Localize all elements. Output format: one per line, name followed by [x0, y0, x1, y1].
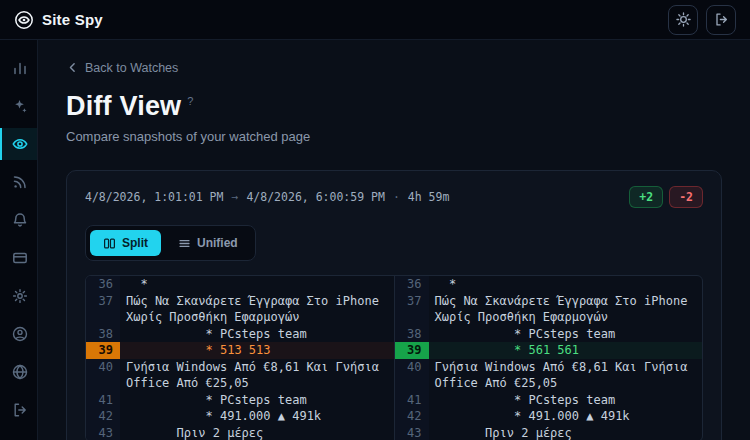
- line-number: 38: [86, 326, 120, 343]
- sidebar-item-logout[interactable]: [0, 394, 37, 426]
- line-content: Πριν 2 μέρες: [120, 425, 394, 440]
- sidebar-item-feeds[interactable]: [0, 166, 37, 198]
- line-content: * 561 561: [429, 342, 703, 359]
- diff-row-removed: 39 * 513 513: [86, 342, 394, 359]
- diff-row: 37 Πώς Να Σκανάρετε Έγγραφα Στο iPhone Χ…: [86, 293, 394, 326]
- line-number: 43: [395, 425, 429, 440]
- view-mode-segment: Split Unified: [85, 225, 256, 261]
- snapshot-from: 4/8/2026, 1:01:01 PM: [85, 190, 223, 204]
- line-content: * PCsteps team: [120, 326, 394, 343]
- deletions-badge: -2: [669, 186, 703, 208]
- line-number: 41: [86, 392, 120, 409]
- diff-row: 38 * PCsteps team: [395, 326, 703, 343]
- dot-separator: ·: [393, 190, 400, 204]
- line-content: Πώς Να Σκανάρετε Έγγραφα Στο iPhone Χωρί…: [429, 293, 703, 326]
- split-view-button[interactable]: Split: [90, 230, 161, 256]
- sidebar-item-alerts[interactable]: [0, 204, 37, 236]
- diff-row: 40 Γνήσια Windows Από €8,61 Και Γνήσια O…: [86, 359, 394, 392]
- line-content: Πώς Να Σκανάρετε Έγγραφα Στο iPhone Χωρί…: [120, 293, 394, 326]
- diff-row: 42 * 491.000 ▲ 491k: [395, 408, 703, 425]
- snapshot-duration: 4h 59m: [408, 190, 450, 204]
- diff-card: 4/8/2026, 1:01:01 PM → 4/8/2026, 6:00:59…: [66, 170, 722, 440]
- diff-pane-old: 36 * 37 Πώς Να Σκανάρετε Έγγραφα Στο iPh…: [86, 276, 394, 440]
- diff-row: 37 Πώς Να Σκανάρετε Έγγραφα Στο iPhone Χ…: [395, 293, 703, 326]
- back-label: Back to Watches: [85, 61, 178, 75]
- sidebar: [0, 40, 38, 440]
- main-content: Back to Watches Diff View ? Compare snap…: [38, 40, 750, 440]
- line-number: 36: [86, 276, 120, 293]
- globe-icon: [12, 364, 28, 380]
- sidebar-item-watches[interactable]: [0, 128, 37, 160]
- diff-row: 43 Πριν 2 μέρες: [395, 425, 703, 440]
- diff-row: 42 * 491.000 ▲ 491k: [86, 408, 394, 425]
- line-number: 37: [395, 293, 429, 326]
- split-columns-icon: [103, 237, 116, 250]
- view-toggle-row: Split Unified: [67, 221, 721, 275]
- user-circle-icon: [12, 326, 28, 342]
- unified-view-button[interactable]: Unified: [165, 230, 251, 256]
- brand: Site Spy: [14, 10, 103, 30]
- unified-lines-icon: [178, 237, 191, 250]
- sidebar-item-account[interactable]: [0, 318, 37, 350]
- diff-row: 41 * PCsteps team: [395, 392, 703, 409]
- line-number: 41: [395, 392, 429, 409]
- line-content: * PCsteps team: [429, 392, 703, 409]
- rss-icon: [12, 174, 28, 190]
- sidebar-item-billing[interactable]: [0, 242, 37, 274]
- line-number: 42: [395, 408, 429, 425]
- diff-pane-new: 36 * 37 Πώς Να Σκανάρετε Έγγραφα Στο iPh…: [394, 276, 703, 440]
- site-spy-logo-icon: [14, 10, 34, 30]
- theme-toggle-button[interactable]: [668, 5, 698, 35]
- top-bar: Site Spy: [0, 0, 750, 40]
- chevron-left-icon: [66, 61, 79, 74]
- diff-row: 43 Πριν 2 μέρες: [86, 425, 394, 440]
- line-content: * PCsteps team: [429, 326, 703, 343]
- line-number: 40: [395, 359, 429, 392]
- additions-badge: +2: [629, 186, 663, 208]
- line-number: 43: [86, 425, 120, 440]
- sparkles-icon: [12, 98, 28, 114]
- logout-icon: [12, 402, 28, 418]
- line-content: * 491.000 ▲ 491k: [429, 408, 703, 425]
- arrow-right-icon: →: [231, 190, 238, 204]
- line-number: 36: [395, 276, 429, 293]
- gear-icon: [12, 288, 28, 304]
- sidebar-item-sites[interactable]: [0, 356, 37, 388]
- bell-icon: [12, 212, 28, 228]
- diff-row: 40 Γνήσια Windows Από €8,61 Και Γνήσια O…: [395, 359, 703, 392]
- diff-row: 38 * PCsteps team: [86, 326, 394, 343]
- bar-chart-icon: [12, 60, 28, 76]
- diff-row: 41 * PCsteps team: [86, 392, 394, 409]
- unified-label: Unified: [197, 236, 238, 250]
- line-content: Πριν 2 μέρες: [429, 425, 703, 440]
- line-content: * 491.000 ▲ 491k: [120, 408, 394, 425]
- sidebar-item-settings[interactable]: [0, 280, 37, 312]
- line-content: Γνήσια Windows Από €8,61 Και Γνήσια Offi…: [429, 359, 703, 392]
- help-icon[interactable]: ?: [187, 95, 193, 107]
- back-to-watches-link[interactable]: Back to Watches: [66, 61, 178, 75]
- diff-row: 36 *: [395, 276, 703, 293]
- topbar-actions: [668, 5, 736, 35]
- line-content: *: [429, 276, 703, 293]
- split-label: Split: [122, 236, 148, 250]
- sidebar-item-stats[interactable]: [0, 52, 37, 84]
- diff-row-added: 39 * 561 561: [395, 342, 703, 359]
- snapshot-header: 4/8/2026, 1:01:01 PM → 4/8/2026, 6:00:59…: [67, 171, 721, 221]
- snapshot-to: 4/8/2026, 6:00:59 PM: [246, 190, 384, 204]
- line-number: 37: [86, 293, 120, 326]
- line-number: 38: [395, 326, 429, 343]
- line-content: * 513 513: [120, 342, 394, 359]
- sidebar-item-magic[interactable]: [0, 90, 37, 122]
- snapshot-range: 4/8/2026, 1:01:01 PM → 4/8/2026, 6:00:59…: [85, 190, 449, 204]
- line-content: Γνήσια Windows Από €8,61 Και Γνήσια Offi…: [120, 359, 394, 392]
- sun-icon: [676, 12, 691, 27]
- line-content: *: [120, 276, 394, 293]
- page-subtitle: Compare snapshots of your watched page: [66, 129, 722, 144]
- split-diff-view: 36 * 37 Πώς Να Σκανάρετε Έγγραφα Στο iPh…: [85, 275, 703, 440]
- line-content: * PCsteps team: [120, 392, 394, 409]
- page-title: Diff View: [66, 91, 181, 122]
- line-number: 40: [86, 359, 120, 392]
- logout-icon: [714, 12, 729, 27]
- eye-icon: [12, 136, 28, 152]
- logout-button[interactable]: [706, 5, 736, 35]
